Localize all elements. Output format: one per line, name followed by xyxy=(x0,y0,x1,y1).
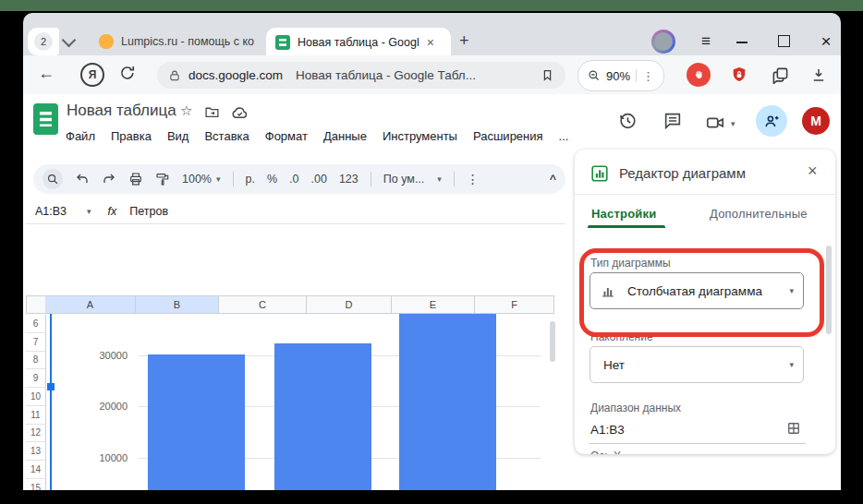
collapse-toolbar-icon[interactable]: ^ xyxy=(550,173,556,186)
chart-bar-Петров[interactable] xyxy=(148,354,245,490)
stacking-dropdown[interactable]: Нет ▾ xyxy=(590,346,804,383)
formula-bar: A1:B3 ▾ fx Петров xyxy=(26,199,565,224)
decrease-decimals-button[interactable]: .0 xyxy=(289,173,298,186)
star-icon[interactable]: ☆ xyxy=(180,102,192,119)
downloads-icon[interactable] xyxy=(807,63,831,87)
grid-corner[interactable] xyxy=(26,295,46,314)
row-header-7[interactable]: 7 xyxy=(26,333,46,352)
refresh-icon[interactable] xyxy=(118,64,137,82)
back-icon[interactable]: ← xyxy=(38,64,55,83)
formula-input[interactable]: Петров xyxy=(129,205,168,218)
clipped-next-section-label: Ось X xyxy=(590,450,621,454)
tab-settings[interactable]: Настройки xyxy=(591,207,656,221)
select-range-grid-icon[interactable] xyxy=(785,420,802,437)
menu-item[interactable]: Правка xyxy=(111,129,152,143)
tab-close-icon[interactable]: × xyxy=(427,35,434,50)
column-header-D[interactable]: D xyxy=(307,295,392,314)
column-chart-icon xyxy=(600,282,616,299)
menu-item[interactable]: Расширения xyxy=(473,129,543,143)
chart-bar-Иванов[interactable] xyxy=(274,343,371,490)
format-percent-button[interactable]: % xyxy=(267,173,277,186)
chart-type-caret-icon: ▾ xyxy=(789,287,794,295)
name-box-caret-icon[interactable]: ▾ xyxy=(87,208,91,216)
number-format-button[interactable]: 123 xyxy=(339,173,359,186)
paint-format-icon[interactable] xyxy=(155,172,170,186)
menu-item[interactable]: Вставка xyxy=(204,129,249,143)
zoom-out-icon[interactable] xyxy=(588,69,601,82)
move-to-folder-icon[interactable] xyxy=(204,104,220,120)
window-close-icon[interactable]: × xyxy=(813,29,839,54)
zoom-control[interactable]: 90% ⋮ xyxy=(577,60,664,91)
stacking-label: Накопление xyxy=(590,330,653,343)
zoom-level: 90% xyxy=(606,69,630,83)
browser-menu-icon[interactable]: ≡ xyxy=(693,29,719,54)
font-select[interactable]: По ум...▾ xyxy=(383,173,442,186)
embedded-chart[interactable]: 3000020000100000ПетровИвановСидоров xyxy=(51,314,547,490)
cloud-status-icon[interactable] xyxy=(231,104,249,122)
doc-title[interactable]: Новая таблица xyxy=(67,102,176,120)
bookmark-icon[interactable] xyxy=(541,68,554,82)
security-shield-extension-icon[interactable] xyxy=(727,63,751,87)
row-header-13[interactable]: 13 xyxy=(26,442,46,461)
panel-scrollbar[interactable] xyxy=(826,246,832,334)
row-header-12[interactable]: 12 xyxy=(26,425,46,443)
menu-item[interactable]: Инструменты xyxy=(383,129,457,143)
column-header-A[interactable]: A xyxy=(45,295,136,314)
print-icon[interactable] xyxy=(128,172,143,186)
browser-tab-lumpics[interactable]: Lumpics.ru - помощь с ко xyxy=(90,28,265,55)
row-header-11[interactable]: 11 xyxy=(26,406,46,425)
new-tab-button[interactable]: + xyxy=(459,31,469,51)
row-header-10[interactable]: 10 xyxy=(26,388,46,406)
window-minimize-icon[interactable] xyxy=(736,42,748,43)
panel-title: Редактор диаграмм xyxy=(619,165,746,181)
menu-item[interactable]: Формат xyxy=(265,129,308,143)
search-icon[interactable] xyxy=(43,169,63,189)
row-header-14[interactable]: 14 xyxy=(26,461,46,479)
tab-list-chevron-icon[interactable] xyxy=(64,38,74,45)
zoom-select[interactable]: 100%▾ xyxy=(182,173,221,186)
chart-type-label: Тип диаграммы xyxy=(590,257,671,270)
browser-tab-sheets[interactable]: Новая таблица - Googl × xyxy=(266,28,451,57)
sheets-logo[interactable] xyxy=(33,103,58,135)
url-field[interactable]: docs.google.com Новая таблица - Google Т… xyxy=(157,62,565,89)
vertical-scrollbar[interactable] xyxy=(550,321,555,362)
format-currency-button[interactable]: р. xyxy=(246,173,255,186)
tab-count-badge[interactable]: 2 xyxy=(28,28,59,55)
chart-type-dropdown[interactable]: Столбчатая диаграмма ▾ xyxy=(590,272,804,309)
menu-item[interactable]: ... xyxy=(559,129,569,143)
increase-decimals-button[interactable]: .00 xyxy=(311,173,327,186)
tabs-extension-icon[interactable] xyxy=(768,63,792,87)
row-header-8[interactable]: 8 xyxy=(26,352,46,370)
window-maximize-icon[interactable] xyxy=(778,35,790,47)
chart-bar-Сидоров[interactable] xyxy=(399,314,496,490)
toolbar-more-icon[interactable]: ⋮ xyxy=(467,172,480,186)
row-header-15[interactable]: 15 xyxy=(26,479,46,490)
adblock-extension-icon[interactable] xyxy=(687,63,711,87)
column-header-F[interactable]: F xyxy=(475,295,554,314)
column-header-B[interactable]: B xyxy=(136,295,219,314)
row-header-6[interactable]: 6 xyxy=(26,315,46,333)
url-more-icon[interactable]: ⋮ xyxy=(642,69,654,83)
name-box[interactable]: A1:B3 xyxy=(35,205,67,218)
yandex-icon[interactable]: Я xyxy=(80,63,104,87)
column-header-E[interactable]: E xyxy=(392,295,475,314)
menu-item[interactable]: Вид xyxy=(167,129,189,143)
version-history-icon[interactable] xyxy=(617,111,638,131)
share-button[interactable] xyxy=(756,105,787,137)
tab-advanced[interactable]: Дополнительные xyxy=(710,207,808,221)
browser-profile-avatar[interactable] xyxy=(651,30,675,54)
camera-caret-icon[interactable]: ▾ xyxy=(731,120,735,128)
redo-icon[interactable] xyxy=(102,172,116,186)
comments-icon[interactable] xyxy=(662,111,683,131)
chart-selection-handle[interactable] xyxy=(47,383,55,390)
panel-close-icon[interactable]: × xyxy=(808,162,818,181)
meet-camera-icon[interactable] xyxy=(705,113,725,133)
undo-icon[interactable] xyxy=(75,172,90,186)
tab-count-value: 2 xyxy=(34,32,53,51)
account-avatar[interactable]: M xyxy=(802,107,830,135)
column-header-C[interactable]: C xyxy=(219,295,307,314)
menu-item[interactable]: Данные xyxy=(323,129,367,143)
row-header-9[interactable]: 9 xyxy=(26,369,46,388)
menu-item[interactable]: Файл xyxy=(66,129,95,143)
data-range-value[interactable]: A1:B3 xyxy=(590,423,625,437)
